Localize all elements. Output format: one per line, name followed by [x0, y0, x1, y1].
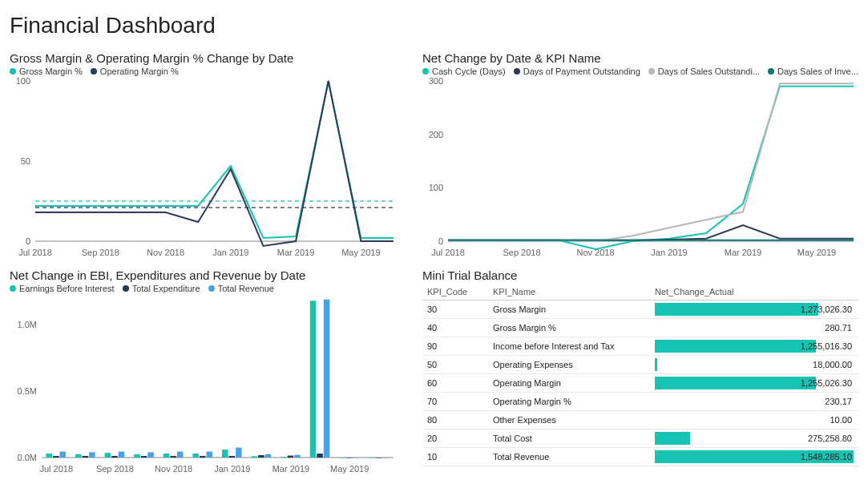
chart-margins-legend: Gross Margin %Operating Margin %	[10, 67, 398, 76]
table-header[interactable]: KPI_Name	[488, 284, 650, 300]
svg-rect-51	[222, 450, 228, 458]
svg-rect-33	[46, 454, 52, 458]
table-row[interactable]: 10Total Revenue1,548,285.10	[422, 448, 858, 466]
svg-text:Mar 2019: Mar 2019	[277, 248, 314, 257]
svg-rect-50	[206, 452, 212, 458]
svg-rect-47	[177, 452, 184, 458]
svg-rect-60	[310, 300, 317, 458]
trial-balance-title: Mini Trial Balance	[422, 268, 858, 282]
svg-rect-44	[147, 452, 154, 458]
svg-text:Nov 2018: Nov 2018	[147, 248, 184, 257]
svg-rect-54	[252, 456, 258, 458]
svg-rect-67	[375, 458, 382, 458]
table-row[interactable]: 90Income before Interest and Tax1,255,01…	[422, 337, 858, 356]
chart-ebi-legend: Earnings Before InterestTotal Expenditur…	[10, 284, 398, 293]
legend-item[interactable]: Earnings Before Interest	[10, 284, 115, 293]
chart-kpi[interactable]: Net Change by Date & KPI Name Cash Cycle…	[422, 51, 858, 260]
svg-rect-48	[192, 454, 199, 458]
legend-item[interactable]: Cash Cycle (Days)	[422, 67, 506, 76]
trial-balance-table: KPI_CodeKPI_NameNet_Change_Actual 30Gros…	[422, 284, 858, 466]
svg-text:0.0M: 0.0M	[18, 453, 37, 462]
legend-label: Earnings Before Interest	[19, 284, 115, 293]
kpi-name-cell: Total Revenue	[488, 448, 650, 466]
kpi-name-cell: Operating Margin %	[488, 393, 650, 411]
svg-rect-66	[369, 458, 375, 458]
net-change-cell: 230.17	[650, 393, 858, 411]
svg-text:300: 300	[429, 78, 443, 86]
kpi-name-cell: Gross Margin %	[488, 319, 650, 337]
table-row[interactable]: 30Gross Margin1,273,026.30	[422, 300, 858, 319]
svg-rect-38	[89, 452, 95, 458]
svg-rect-46	[170, 456, 176, 458]
svg-rect-35	[60, 452, 67, 458]
svg-text:May 2019: May 2019	[797, 248, 836, 257]
kpi-code-cell: 70	[422, 393, 488, 411]
net-change-cell: 1,255,026.30	[650, 374, 858, 393]
legend-item[interactable]: Days of Sales Outstandi...	[648, 67, 760, 76]
kpi-name-cell: Total Cost	[488, 430, 650, 448]
svg-rect-68	[382, 458, 389, 458]
net-change-cell: 275,258.80	[650, 430, 858, 448]
svg-rect-61	[317, 454, 323, 458]
legend-swatch-icon	[91, 68, 97, 75]
legend-item[interactable]: Gross Margin %	[10, 67, 83, 76]
legend-swatch-icon	[514, 68, 520, 75]
table-row[interactable]: 20Total Cost275,258.80	[422, 430, 858, 448]
svg-text:200: 200	[429, 130, 443, 139]
svg-rect-65	[353, 458, 359, 458]
legend-label: Operating Margin %	[100, 67, 179, 76]
kpi-name-cell: Income before Interest and Tax	[488, 337, 650, 356]
kpi-code-cell: 90	[422, 337, 488, 356]
svg-text:Sep 2018: Sep 2018	[503, 248, 540, 257]
kpi-code-cell: 20	[422, 430, 488, 448]
svg-rect-53	[236, 448, 242, 458]
svg-rect-49	[200, 456, 206, 458]
legend-label: Days of Sales Outstandi...	[658, 67, 760, 76]
svg-rect-41	[119, 452, 125, 458]
legend-label: Total Revenue	[218, 284, 274, 293]
legend-item[interactable]: Operating Margin %	[91, 67, 179, 76]
kpi-name-cell: Other Expenses	[488, 411, 650, 430]
legend-swatch-icon	[648, 68, 655, 75]
svg-rect-56	[265, 454, 272, 458]
svg-text:50: 50	[21, 156, 30, 166]
svg-text:0.5M: 0.5M	[18, 386, 37, 396]
table-row[interactable]: 70Operating Margin %230.17	[422, 393, 858, 411]
chart-margins-plot: 050100Jul 2018Sep 2018Nov 2018Jan 2019Ma…	[10, 78, 398, 260]
legend-item[interactable]: Total Revenue	[208, 284, 274, 293]
svg-rect-59	[294, 455, 301, 458]
table-header[interactable]: Net_Change_Actual	[650, 284, 858, 300]
svg-rect-37	[83, 456, 89, 458]
table-row[interactable]: 80Other Expenses10.00	[422, 411, 858, 430]
svg-rect-52	[229, 456, 236, 458]
svg-rect-57	[281, 457, 287, 458]
svg-text:Sep 2018: Sep 2018	[82, 248, 119, 257]
net-change-cell: 280.71	[650, 319, 858, 337]
svg-text:0: 0	[26, 236, 30, 246]
legend-item[interactable]: Total Expenditure	[123, 284, 200, 293]
kpi-name-cell: Operating Margin	[488, 374, 650, 393]
svg-rect-43	[141, 456, 147, 458]
kpi-code-cell: 30	[422, 300, 488, 319]
legend-swatch-icon	[123, 285, 129, 292]
svg-rect-55	[258, 455, 264, 458]
table-row[interactable]: 60Operating Margin1,255,026.30	[422, 374, 858, 393]
trial-balance[interactable]: Mini Trial Balance KPI_CodeKPI_NameNet_C…	[422, 268, 858, 477]
chart-ebi-title: Net Change in EBI, Expenditures and Reve…	[10, 268, 398, 282]
net-change-cell: 1,548,285.10	[650, 448, 858, 466]
svg-rect-58	[288, 456, 294, 458]
table-header[interactable]: KPI_Code	[422, 284, 488, 300]
chart-margins[interactable]: Gross Margin & Operating Margin % Change…	[10, 51, 398, 260]
legend-item[interactable]: Days of Payment Outstanding	[514, 67, 640, 76]
legend-label: Days Sales of Inve...	[777, 67, 858, 76]
table-row[interactable]: 40Gross Margin %280.71	[422, 319, 858, 337]
chart-ebi-plot: 0.0M0.5M1.0MJul 2018Sep 2018Nov 2018Jan …	[10, 295, 398, 477]
svg-text:Mar 2019: Mar 2019	[725, 248, 761, 257]
svg-text:Jan 2019: Jan 2019	[212, 248, 248, 257]
legend-item[interactable]: Days Sales of Inve...	[768, 67, 858, 76]
chart-ebi[interactable]: Net Change in EBI, Expenditures and Reve…	[10, 268, 398, 477]
svg-rect-40	[111, 456, 118, 458]
legend-label: Total Expenditure	[132, 284, 200, 293]
legend-swatch-icon	[768, 68, 774, 75]
table-row[interactable]: 50Operating Expenses18,000.00	[422, 356, 858, 374]
